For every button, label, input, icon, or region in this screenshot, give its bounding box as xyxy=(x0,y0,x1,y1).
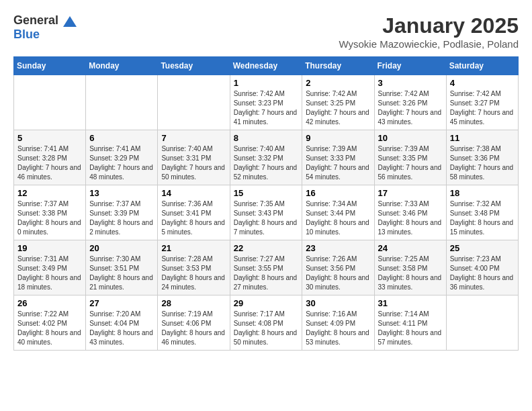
day-info: Sunrise: 7:41 AMSunset: 3:29 PMDaylight:… xyxy=(89,144,154,182)
day-number: 5 xyxy=(17,133,82,143)
day-number: 10 xyxy=(378,133,443,143)
calendar-cell: 1Sunrise: 7:42 AMSunset: 3:23 PMDaylight… xyxy=(230,75,302,130)
calendar-cell: 6Sunrise: 7:41 AMSunset: 3:29 PMDaylight… xyxy=(86,130,158,185)
calendar-cell: 8Sunrise: 7:40 AMSunset: 3:32 PMDaylight… xyxy=(230,130,302,185)
day-number: 2 xyxy=(306,78,370,88)
column-header-monday: Monday xyxy=(86,57,158,75)
page-header: General Blue January 2025 Wysokie Mazowi… xyxy=(13,13,519,50)
day-number: 14 xyxy=(161,188,226,198)
day-number: 24 xyxy=(378,243,443,253)
day-number: 13 xyxy=(89,188,154,198)
day-number: 30 xyxy=(306,298,370,308)
calendar-cell: 27Sunrise: 7:20 AMSunset: 4:04 PMDayligh… xyxy=(86,295,158,351)
day-info: Sunrise: 7:42 AMSunset: 3:23 PMDaylight:… xyxy=(234,89,299,127)
day-info: Sunrise: 7:31 AMSunset: 3:49 PMDaylight:… xyxy=(17,255,82,292)
calendar-cell: 24Sunrise: 7:25 AMSunset: 3:58 PMDayligh… xyxy=(374,240,446,295)
logo-text-blue: Blue xyxy=(13,28,40,41)
calendar-cell: 20Sunrise: 7:30 AMSunset: 3:51 PMDayligh… xyxy=(86,240,158,295)
calendar-cell: 21Sunrise: 7:28 AMSunset: 3:53 PMDayligh… xyxy=(158,240,230,295)
day-info: Sunrise: 7:40 AMSunset: 3:32 PMDaylight:… xyxy=(234,144,299,182)
column-header-thursday: Thursday xyxy=(302,57,374,75)
calendar-cell: 26Sunrise: 7:22 AMSunset: 4:02 PMDayligh… xyxy=(14,295,86,351)
day-info: Sunrise: 7:39 AMSunset: 3:35 PMDaylight:… xyxy=(378,144,443,182)
calendar-cell: 3Sunrise: 7:42 AMSunset: 3:26 PMDaylight… xyxy=(374,75,446,130)
calendar-cell: 18Sunrise: 7:32 AMSunset: 3:48 PMDayligh… xyxy=(446,185,518,240)
day-number: 18 xyxy=(450,188,515,198)
day-info: Sunrise: 7:37 AMSunset: 3:38 PMDaylight:… xyxy=(17,199,82,237)
day-number: 19 xyxy=(17,243,82,253)
day-info: Sunrise: 7:37 AMSunset: 3:39 PMDaylight:… xyxy=(89,199,154,237)
calendar-cell: 28Sunrise: 7:19 AMSunset: 4:06 PMDayligh… xyxy=(158,295,230,351)
day-number: 27 xyxy=(89,298,154,308)
day-info: Sunrise: 7:41 AMSunset: 3:28 PMDaylight:… xyxy=(17,144,82,182)
day-number: 4 xyxy=(450,78,515,88)
day-info: Sunrise: 7:42 AMSunset: 3:25 PMDaylight:… xyxy=(306,89,370,127)
day-number: 6 xyxy=(89,133,154,143)
day-number: 31 xyxy=(378,298,443,308)
day-info: Sunrise: 7:35 AMSunset: 3:43 PMDaylight:… xyxy=(234,199,299,237)
calendar-cell: 17Sunrise: 7:33 AMSunset: 3:46 PMDayligh… xyxy=(374,185,446,240)
day-number: 17 xyxy=(378,188,443,198)
calendar-cell: 12Sunrise: 7:37 AMSunset: 3:38 PMDayligh… xyxy=(14,185,86,240)
calendar-cell: 11Sunrise: 7:38 AMSunset: 3:36 PMDayligh… xyxy=(446,130,518,185)
calendar-week-row: 19Sunrise: 7:31 AMSunset: 3:49 PMDayligh… xyxy=(14,240,519,295)
calendar-cell xyxy=(446,295,518,351)
calendar-header-row: SundayMondayTuesdayWednesdayThursdayFrid… xyxy=(14,57,519,75)
day-number: 25 xyxy=(450,243,515,253)
day-number: 21 xyxy=(161,243,226,253)
day-info: Sunrise: 7:17 AMSunset: 4:08 PMDaylight:… xyxy=(234,310,299,347)
day-info: Sunrise: 7:33 AMSunset: 3:46 PMDaylight:… xyxy=(378,199,443,237)
calendar-cell: 25Sunrise: 7:23 AMSunset: 4:00 PMDayligh… xyxy=(446,240,518,295)
day-info: Sunrise: 7:32 AMSunset: 3:48 PMDaylight:… xyxy=(450,199,515,237)
day-info: Sunrise: 7:42 AMSunset: 3:26 PMDaylight:… xyxy=(378,89,443,127)
day-info: Sunrise: 7:14 AMSunset: 4:11 PMDaylight:… xyxy=(378,310,443,347)
day-number: 11 xyxy=(450,133,515,143)
calendar-cell: 13Sunrise: 7:37 AMSunset: 3:39 PMDayligh… xyxy=(86,185,158,240)
day-number: 3 xyxy=(378,78,443,88)
calendar-cell: 2Sunrise: 7:42 AMSunset: 3:25 PMDaylight… xyxy=(302,75,374,130)
title-area: January 2025 Wysokie Mazowieckie, Podlas… xyxy=(339,13,519,50)
calendar-cell xyxy=(14,75,86,130)
day-info: Sunrise: 7:36 AMSunset: 3:41 PMDaylight:… xyxy=(161,199,226,237)
calendar-cell: 7Sunrise: 7:40 AMSunset: 3:31 PMDaylight… xyxy=(158,130,230,185)
day-info: Sunrise: 7:19 AMSunset: 4:06 PMDaylight:… xyxy=(161,310,226,347)
calendar-cell: 19Sunrise: 7:31 AMSunset: 3:49 PMDayligh… xyxy=(14,240,86,295)
day-number: 12 xyxy=(17,188,82,198)
calendar-cell: 22Sunrise: 7:27 AMSunset: 3:55 PMDayligh… xyxy=(230,240,302,295)
logo-triangle-icon xyxy=(63,16,77,27)
day-info: Sunrise: 7:28 AMSunset: 3:53 PMDaylight:… xyxy=(161,255,226,292)
calendar-cell: 30Sunrise: 7:16 AMSunset: 4:09 PMDayligh… xyxy=(302,295,374,351)
calendar-table: SundayMondayTuesdayWednesdayThursdayFrid… xyxy=(13,56,519,351)
calendar-cell: 5Sunrise: 7:41 AMSunset: 3:28 PMDaylight… xyxy=(14,130,86,185)
logo: General Blue xyxy=(13,13,77,42)
calendar-week-row: 5Sunrise: 7:41 AMSunset: 3:28 PMDaylight… xyxy=(14,130,519,185)
column-header-sunday: Sunday xyxy=(14,57,86,75)
day-info: Sunrise: 7:42 AMSunset: 3:27 PMDaylight:… xyxy=(450,89,515,127)
day-info: Sunrise: 7:22 AMSunset: 4:02 PMDaylight:… xyxy=(17,310,82,347)
calendar-cell: 23Sunrise: 7:26 AMSunset: 3:56 PMDayligh… xyxy=(302,240,374,295)
day-number: 1 xyxy=(234,78,299,88)
day-info: Sunrise: 7:40 AMSunset: 3:31 PMDaylight:… xyxy=(161,144,226,182)
day-number: 15 xyxy=(234,188,299,198)
column-header-tuesday: Tuesday xyxy=(158,57,230,75)
calendar-cell: 31Sunrise: 7:14 AMSunset: 4:11 PMDayligh… xyxy=(374,295,446,351)
day-info: Sunrise: 7:16 AMSunset: 4:09 PMDaylight:… xyxy=(306,310,370,347)
calendar-week-row: 1Sunrise: 7:42 AMSunset: 3:23 PMDaylight… xyxy=(14,75,519,130)
day-info: Sunrise: 7:38 AMSunset: 3:36 PMDaylight:… xyxy=(450,144,515,182)
calendar-title: January 2025 xyxy=(339,13,519,38)
calendar-week-row: 12Sunrise: 7:37 AMSunset: 3:38 PMDayligh… xyxy=(14,185,519,240)
day-info: Sunrise: 7:23 AMSunset: 4:00 PMDaylight:… xyxy=(450,255,515,292)
day-number: 16 xyxy=(306,188,370,198)
calendar-cell: 9Sunrise: 7:39 AMSunset: 3:33 PMDaylight… xyxy=(302,130,374,185)
logo-text-general: General xyxy=(13,13,58,28)
column-header-saturday: Saturday xyxy=(446,57,518,75)
day-number: 22 xyxy=(234,243,299,253)
calendar-subtitle: Wysokie Mazowieckie, Podlasie, Poland xyxy=(339,38,519,50)
day-info: Sunrise: 7:25 AMSunset: 3:58 PMDaylight:… xyxy=(378,255,443,292)
calendar-cell xyxy=(86,75,158,130)
calendar-cell: 10Sunrise: 7:39 AMSunset: 3:35 PMDayligh… xyxy=(374,130,446,185)
calendar-cell: 4Sunrise: 7:42 AMSunset: 3:27 PMDaylight… xyxy=(446,75,518,130)
calendar-cell: 29Sunrise: 7:17 AMSunset: 4:08 PMDayligh… xyxy=(230,295,302,351)
calendar-cell xyxy=(158,75,230,130)
day-number: 9 xyxy=(306,133,370,143)
